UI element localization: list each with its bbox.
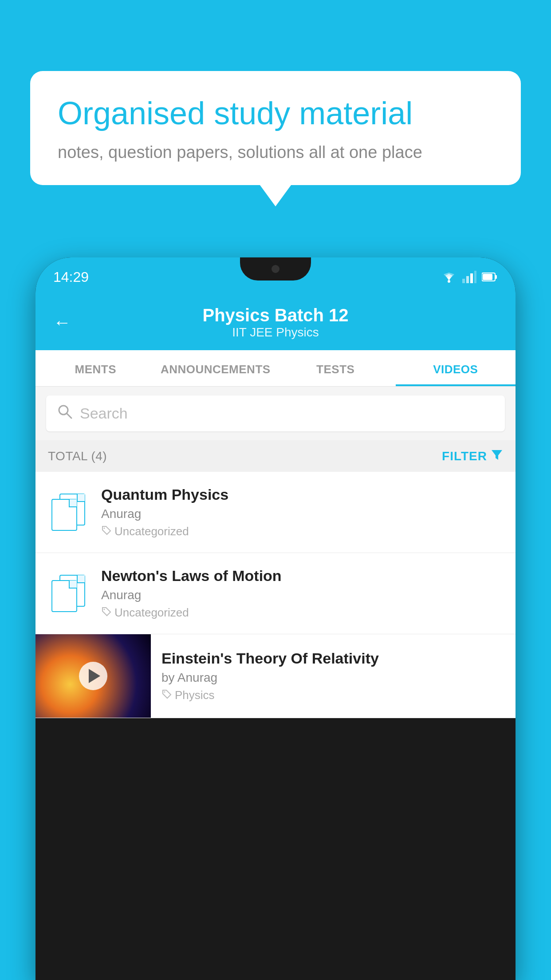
video-tag: Physics xyxy=(161,688,505,702)
tag-icon xyxy=(101,606,112,620)
svg-rect-10 xyxy=(483,274,492,280)
svg-line-12 xyxy=(67,413,71,418)
list-item[interactable]: Newton's Laws of Motion Anurag Uncategor… xyxy=(35,553,516,634)
tabs-bar: MENTS ANNOUNCEMENTS TESTS VIDEOS xyxy=(35,350,516,387)
phone-frame: 14:29 xyxy=(35,257,516,980)
status-icons xyxy=(441,271,498,283)
speech-bubble: Organised study material notes, question… xyxy=(30,71,521,185)
video-info: Quantum Physics Anurag Uncategorized xyxy=(101,486,505,538)
video-thumbnail xyxy=(35,634,151,718)
svg-rect-5 xyxy=(466,276,469,283)
speech-bubble-heading: Organised study material xyxy=(58,94,493,132)
svg-marker-13 xyxy=(492,450,502,460)
svg-rect-6 xyxy=(470,273,473,283)
tab-ments[interactable]: MENTS xyxy=(35,350,156,386)
video-author: Anurag xyxy=(101,588,505,602)
video-list: Quantum Physics Anurag Uncategorized xyxy=(35,472,516,718)
batch-subtitle: IIT JEE Physics xyxy=(202,325,348,340)
thumbnail-bg xyxy=(35,634,151,718)
signal-icon xyxy=(462,271,476,283)
file-front-icon xyxy=(51,499,77,531)
play-button[interactable] xyxy=(79,662,107,690)
video-tag: Uncategorized xyxy=(101,525,505,538)
search-bar-container: Search xyxy=(35,387,516,440)
svg-point-3 xyxy=(448,280,450,283)
phone-screen: Search TOTAL (4) FILTER xyxy=(35,387,516,718)
video-title: Quantum Physics xyxy=(101,486,505,503)
play-icon xyxy=(89,669,100,683)
status-bar: 14:29 xyxy=(35,257,516,296)
total-count: TOTAL (4) xyxy=(48,449,107,463)
video-info: Einstein's Theory Of Relativity by Anura… xyxy=(151,637,516,715)
speech-bubble-subtext: notes, question papers, solutions all at… xyxy=(58,143,493,162)
camera-dot xyxy=(272,265,279,273)
svg-point-15 xyxy=(104,609,105,610)
batch-title: Physics Batch 12 xyxy=(202,305,348,325)
header-title-block: Physics Batch 12 IIT JEE Physics xyxy=(202,305,348,340)
tag-icon xyxy=(101,525,112,538)
search-bar[interactable]: Search xyxy=(46,395,505,431)
back-button[interactable]: ← xyxy=(53,312,71,332)
phone-notch xyxy=(240,257,311,281)
video-author: Anurag xyxy=(101,507,505,521)
battery-icon xyxy=(482,272,498,282)
video-info: Newton's Laws of Motion Anurag Uncategor… xyxy=(101,567,505,620)
search-placeholder[interactable]: Search xyxy=(80,405,128,422)
video-title: Newton's Laws of Motion xyxy=(101,567,505,585)
tab-announcements[interactable]: ANNOUNCEMENTS xyxy=(156,350,276,386)
svg-point-14 xyxy=(104,527,105,529)
svg-rect-7 xyxy=(474,271,476,283)
tag-icon xyxy=(161,689,172,702)
filter-button[interactable]: FILTER xyxy=(442,448,503,464)
file-front-icon xyxy=(51,580,77,612)
svg-rect-9 xyxy=(495,275,497,279)
filter-funnel-icon xyxy=(491,448,503,464)
video-file-icon xyxy=(46,494,91,531)
video-author: by Anurag xyxy=(161,671,505,685)
filter-bar: TOTAL (4) FILTER xyxy=(35,440,516,472)
video-tag: Uncategorized xyxy=(101,606,505,620)
video-file-icon xyxy=(46,575,91,612)
search-icon xyxy=(57,403,73,423)
list-item[interactable]: Quantum Physics Anurag Uncategorized xyxy=(35,472,516,553)
video-title: Einstein's Theory Of Relativity xyxy=(161,650,505,667)
svg-point-16 xyxy=(164,691,165,692)
tab-tests[interactable]: TESTS xyxy=(276,350,396,386)
wifi-icon xyxy=(441,271,457,283)
status-time: 14:29 xyxy=(53,269,89,285)
app-header: ← Physics Batch 12 IIT JEE Physics xyxy=(35,296,516,350)
tab-videos[interactable]: VIDEOS xyxy=(396,350,516,386)
list-item[interactable]: Einstein's Theory Of Relativity by Anura… xyxy=(35,634,516,718)
svg-rect-4 xyxy=(462,279,465,283)
